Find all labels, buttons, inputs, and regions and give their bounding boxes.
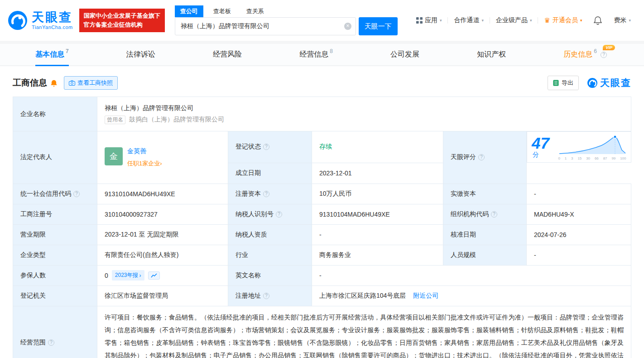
section-title: 工商信息: [13, 77, 47, 89]
search-tabs: 查公司 查老板 查关系: [175, 5, 398, 17]
clear-search-icon[interactable]: ×: [344, 23, 351, 30]
export-button-label: 导出: [562, 79, 573, 87]
score-unit: 分: [533, 151, 539, 158]
certification-line2: 官方备案企业征信机构: [84, 20, 160, 29]
help-icon[interactable]: ?: [478, 154, 485, 160]
tab-operation-info[interactable]: 经营信息 8: [299, 44, 333, 65]
subscribe-bell[interactable]: [50, 79, 58, 87]
certification-line1: 国家中小企业发展子基金旗下: [84, 11, 160, 20]
reg-address-label: 注册地址: [235, 292, 261, 300]
search-block: 查公司 查老板 查关系 × 天眼一下: [175, 5, 398, 35]
reg-status-value: 存续: [319, 143, 332, 150]
top-nav: 应用 ▾ 合作通道 ▾ 企业级产品 ▾ ♛ 开通会员 ▾ 费米 ▾: [410, 16, 637, 25]
section-toolbar: 工商信息 查看工商快照 导出: [13, 76, 631, 90]
legal-rep-avatar[interactable]: 金: [105, 147, 123, 165]
chevron-down-icon: ▾: [629, 18, 631, 23]
camera-icon: [69, 80, 75, 86]
search-tab-relation[interactable]: 查关系: [241, 5, 269, 17]
score-value: 47: [532, 134, 549, 152]
org-code-value: MAD6HU49-X: [534, 211, 574, 218]
logo-title: 天眼查: [32, 11, 73, 24]
arrow-right-icon: ›: [160, 160, 162, 167]
tianyancha-logo-icon: [7, 10, 28, 31]
legal-rep-jobs-link[interactable]: 任职1家企业›: [127, 160, 162, 168]
company-type-value: 有限责任公司(自然人独资): [105, 251, 178, 258]
reg-authority-label: 登记机关: [20, 292, 46, 299]
table-row: 工商注册号 310104000927327 纳税人识别号 ? 91310104M…: [13, 204, 631, 224]
help-icon[interactable]: ?: [491, 211, 497, 218]
nav-apps-label: 应用: [425, 16, 437, 24]
user-menu[interactable]: 费米 ▾: [608, 16, 637, 24]
chevron-down-icon: ▾: [481, 18, 484, 23]
former-name-value: 鼓捣白（上海）品牌管理有限公司: [129, 116, 224, 124]
tab-basic-info[interactable]: 基本信息 7: [35, 44, 69, 65]
help-icon[interactable]: ?: [73, 191, 80, 197]
industry-value: 商务服务业: [319, 251, 351, 258]
help-icon[interactable]: ?: [263, 191, 269, 197]
paid-capital-label: 实缴资本: [451, 190, 476, 197]
certification-badge: 国家中小企业发展子基金旗下 官方备案企业征信机构: [79, 9, 165, 32]
credit-code-value: 91310104MAD6HU49XE: [105, 190, 175, 198]
notifications-bell[interactable]: [588, 16, 608, 25]
nav-apps[interactable]: 应用 ▾: [410, 16, 448, 24]
tab-label: 历史信息: [563, 50, 592, 59]
search-tab-company[interactable]: 查公司: [175, 5, 203, 17]
help-icon[interactable]: ?: [48, 339, 54, 346]
reg-authority-value: 徐汇区市场监督管理局: [105, 292, 168, 299]
nav-vip-membership[interactable]: ♛ 开通会员 ▾: [538, 16, 588, 24]
reg-status-label: 登记状态: [235, 143, 261, 151]
search-tab-boss[interactable]: 查老板: [208, 5, 236, 17]
help-icon[interactable]: ?: [263, 293, 269, 299]
reg-number-value: 310104000927327: [105, 211, 158, 218]
tab-label: 经营风险: [213, 50, 242, 59]
tab-history-info[interactable]: VIP 历史信息 6 ?: [563, 44, 609, 65]
export-button[interactable]: 导出: [548, 76, 579, 90]
english-name-value: -: [319, 272, 322, 279]
tab-operation-risk[interactable]: 经营风险: [213, 44, 242, 65]
search-input[interactable]: [175, 17, 356, 35]
legal-rep-name-link[interactable]: 金英善: [127, 147, 162, 155]
nearby-companies-link[interactable]: 附近公司: [413, 292, 438, 299]
tab-company-development[interactable]: 公司发展: [390, 44, 419, 65]
reg-number-label: 工商注册号: [20, 210, 52, 218]
tab-label: 法律诉讼: [126, 50, 155, 59]
score-label: 天眼评分: [451, 153, 476, 161]
annual-report-badge[interactable]: 2023年报›: [112, 270, 144, 281]
tab-label: 知识产权: [477, 50, 506, 59]
crown-icon: ♛: [544, 16, 550, 24]
tab-label: 基本信息: [35, 50, 64, 59]
taxpayer-id-value: 91310104MAD6HU49XE: [319, 211, 390, 218]
nav-cooperation[interactable]: 合作通道 ▾: [448, 16, 490, 24]
help-icon[interactable]: ?: [601, 52, 607, 58]
staff-size-value: -: [534, 252, 536, 259]
main-content: 工商信息 查看工商快照 导出: [0, 76, 644, 358]
annual-report-label: 2023年报: [115, 271, 138, 279]
table-row: 企业名称 禄桓（上海）品牌管理有限公司 曾用名 鼓捣白（上海）品牌管理有限公司: [13, 97, 631, 131]
arrow-right-icon: ›: [139, 272, 141, 279]
business-scope-label: 经营范围: [20, 339, 46, 347]
chevron-down-icon: ▾: [530, 18, 532, 23]
help-icon[interactable]: ?: [276, 211, 282, 218]
insured-trend-button[interactable]: [148, 271, 160, 280]
industry-label: 行业: [235, 251, 248, 258]
business-scope-value: 许可项目：餐饮服务；食品销售。（依法须经批准的项目，经相关部门批准后方可开展经营…: [105, 311, 624, 358]
export-file-icon: [553, 80, 559, 86]
tab-legal-litigation[interactable]: 法律诉讼: [126, 44, 155, 65]
help-icon[interactable]: ?: [263, 144, 269, 150]
staff-size-label: 人员规模: [451, 251, 476, 258]
business-info-table: 企业名称 禄桓（上海）品牌管理有限公司 曾用名 鼓捣白（上海）品牌管理有限公司 …: [13, 97, 631, 358]
insured-count-value: 0: [105, 272, 108, 279]
brand-watermark: 天眼查: [587, 77, 631, 89]
reg-capital-label: 注册资本: [235, 190, 261, 198]
nav-vip-label: 开通会员: [553, 16, 578, 24]
score-curve-icon: [558, 134, 626, 155]
nav-enterprise-products[interactable]: 企业级产品 ▾: [490, 16, 538, 24]
business-snapshot-button[interactable]: 查看工商快照: [64, 76, 118, 90]
search-button[interactable]: 天眼一下: [359, 17, 398, 35]
tianyancha-logo[interactable]: 天眼查 TianYanCha.com: [7, 10, 73, 31]
table-row: 法定代表人 金 金英善 任职1家企业› 登记状态: [13, 131, 631, 163]
business-term-label: 营业期限: [20, 231, 46, 238]
tab-intellectual-property[interactable]: 知识产权: [477, 44, 506, 65]
snapshot-button-label: 查看工商快照: [77, 79, 113, 87]
table-row: 参保人数 0 2023年报› 英文名称: [13, 265, 631, 285]
